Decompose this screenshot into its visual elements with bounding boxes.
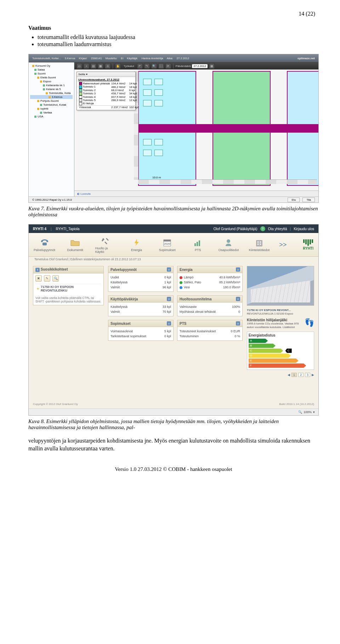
copyright: © 1993-2012 Rapal Oy v.1.15.0 [32, 198, 72, 201]
svg-rect-10 [260, 242, 261, 243]
tree-node[interactable]: Korsumi Oy [30, 64, 73, 68]
floorplan-canvas[interactable]: 10.0 m Selite ▾ Ulosvuokrausalueet, 27.3… [74, 70, 318, 190]
tree-node[interactable]: USA [30, 115, 73, 118]
status-button[interactable]: Etu [288, 198, 300, 202]
pager-page[interactable]: 3 [305, 373, 310, 377]
tree-node[interactable]: Toimistotila, Keila [30, 91, 73, 95]
requirement-list: toteumamallit edellä kuvatussa laajuudes… [28, 34, 319, 48]
tool-fit-icon[interactable]: ⛶ [158, 63, 164, 69]
phone-icon [39, 238, 50, 247]
card-pts: PTSi Toteutuneet kustannukset0 EUR Toteu… [177, 320, 243, 341]
nav-parties[interactable]: Osapuolitiedot [218, 238, 239, 252]
tree-node-selected[interactable]: 3.Kerros [30, 95, 73, 99]
favorite-item[interactable]: ★ 71750 KI OY ESPOON REVONTULENKU [35, 284, 101, 293]
favorites-panel: ✖ ✎ 🔍 ★ 71750 KI OY ESPOON REVONTULENKU … [33, 273, 104, 305]
date-label: Päivämäärä [176, 65, 191, 68]
building-icon [254, 238, 265, 247]
tree-node[interactable]: Pohjois-Suomi [30, 99, 73, 103]
tool-plus-icon[interactable]: + [84, 63, 89, 69]
release-link[interactable]: ◐ Luovuta [77, 192, 91, 195]
cert-bar: F [249, 363, 306, 368]
help-icon[interactable]: ? [260, 226, 265, 231]
star-icon: ★ [36, 287, 39, 290]
card-title: Energia [180, 268, 193, 272]
ruler-horizontal [138, 179, 317, 184]
svg-rect-5 [197, 242, 198, 246]
status-bar: © 1993-2012 Rapal Oy v.1.15.0 Etu Tila [29, 196, 318, 202]
footprint-icon: 👣 [305, 318, 314, 327]
tree-node[interactable]: Suomi [30, 72, 73, 76]
tool-select-icon[interactable]: ▭ [76, 63, 82, 69]
tool-grid-icon[interactable]: ▦ [98, 63, 103, 69]
info-icon[interactable]: i [35, 268, 40, 272]
tree-node[interactable]: Ioptrtti [30, 107, 73, 111]
info-icon[interactable]: i [236, 267, 240, 272]
tool-layers-icon[interactable]: ▤ [91, 63, 96, 69]
tools-icon [101, 236, 111, 245]
tree-node[interactable]: Salaa [30, 68, 73, 72]
tree-node[interactable]: Vantaa [30, 111, 73, 115]
tree-node[interactable]: Keilaranta kk 1 [30, 83, 73, 87]
modified-value: Ei [121, 57, 123, 60]
main-nav: Palvelupyynnöt Dokumentit Huolto ja Käyt… [29, 233, 318, 257]
nav-more-icon[interactable]: >> [279, 241, 287, 249]
nav-documents[interactable]: Dokumentit [64, 238, 86, 252]
nav-contracts[interactable]: 2020 Sopimukset [157, 238, 178, 252]
legend-popup[interactable]: Selite ▾ Ulosvuokrausalueet, 27.3.2012 R… [76, 72, 136, 110]
tool-undo-icon[interactable]: ↶ [137, 63, 143, 69]
tool-pan-icon[interactable]: ✋ [115, 63, 121, 69]
project-name: RYHTI_Tapiola [56, 227, 80, 231]
info-icon[interactable]: i [236, 297, 240, 301]
pager-next-icon[interactable]: ▶ [312, 373, 314, 377]
tree-node[interactable]: Kelane kk 5 [30, 87, 73, 91]
tool-zoom-icon[interactable]: 🔍 [151, 63, 157, 69]
body-paragraph: velupyyntöjen ja korjaustarpeiden kohdis… [28, 437, 319, 452]
nav-label: Kiinteistötiedot [249, 248, 270, 252]
calendar-icon[interactable]: ▦ [209, 63, 215, 69]
pager-prev-icon[interactable]: ◀ [288, 373, 290, 377]
tree-node[interactable]: Etelä-Suomi [30, 76, 73, 79]
info-icon[interactable]: i [167, 297, 171, 301]
contact-link[interactable]: Ota yhteyttä [268, 227, 287, 231]
pager-page[interactable]: 2 [298, 373, 304, 377]
fav-search-icon[interactable]: 🔍 [52, 275, 59, 282]
cert-bar: A [249, 339, 268, 343]
nav-service-requests[interactable]: Palvelupyynnöt [34, 238, 55, 252]
chart-icon [193, 238, 203, 247]
nav-property[interactable]: Kiinteistötiedot [249, 238, 270, 252]
status-button[interactable]: Tila [302, 198, 315, 202]
zoom-icon[interactable]: 🔍 [298, 410, 302, 414]
tree-node[interactable]: Espoo [30, 79, 73, 83]
nav-maintenance[interactable]: Huolto ja Käyttö [95, 236, 117, 254]
footer-bar: Copyright © 2012 Olof Granlund Oy Build … [29, 399, 318, 409]
pager-page[interactable]: 1 [291, 373, 297, 377]
tool-refresh-icon[interactable]: ⟳ [165, 63, 171, 69]
logout-link[interactable]: Kirjaudu ulos [294, 227, 314, 231]
card-row: Tarkistettavat sopimukset0 kpl [110, 334, 171, 339]
carbon-title: Kiinteistön hiilijalanjälki [247, 318, 302, 322]
info-icon[interactable]: i [167, 267, 171, 272]
fav-remove-icon[interactable]: ✖ [35, 275, 42, 282]
fav-edit-icon[interactable]: ✎ [44, 275, 50, 282]
info-icon[interactable]: i [236, 321, 240, 326]
nav-energy[interactable]: Energia [126, 238, 147, 252]
hierarchy-tree[interactable]: Korsumi Oy Salaa Suomi Etelä-Suomi Espoo… [29, 62, 74, 196]
card-row: Myöhässä olevat tehtävät0 [180, 309, 240, 314]
date-picker[interactable]: 27.2.2012 [192, 64, 208, 68]
nav-pts[interactable]: PTS [187, 238, 209, 252]
nav-label: Sopimukset [159, 248, 176, 252]
zoom-dropdown-icon[interactable]: ▾ [313, 410, 315, 414]
copyright: Copyright © 2012 Olof Granlund Oy [33, 402, 78, 406]
tool-print-icon[interactable]: ⎙ [105, 63, 110, 69]
svg-rect-8 [256, 240, 262, 246]
info-icon[interactable]: i [167, 321, 171, 326]
svg-rect-6 [199, 240, 200, 246]
card-contracts: Sopimukseti Voimassaolevat5 kpl Tarkiste… [108, 320, 174, 341]
card-row: Toteutuminen0 % [180, 334, 240, 339]
tree-node[interactable]: Toimistohot, Kotak [30, 103, 73, 107]
property-title[interactable]: 71750 KI OY ESPOON REVONT... [247, 309, 314, 312]
bullet-item: toteumamallit edellä kuvatussa laajuudes… [38, 34, 319, 40]
favorites-hint: Voit valita useita kohteita pitämällä CT… [35, 296, 101, 303]
card-row: Voimassaolevat5 kpl [110, 329, 171, 334]
tool-redo-icon[interactable]: ↷ [144, 63, 150, 69]
